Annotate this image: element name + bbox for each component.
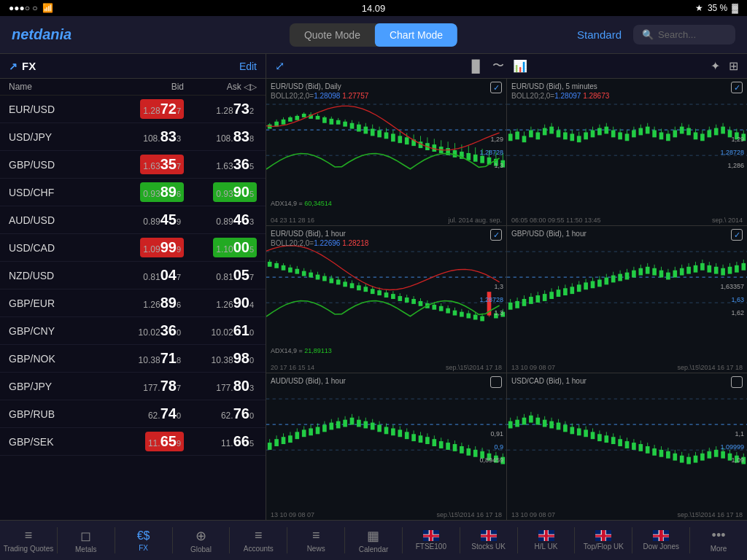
chart-checkbox[interactable]	[731, 229, 743, 241]
svg-rect-407	[638, 444, 643, 451]
chart-dates: 13 10 09 08 07 sep.\15\2014 16 17 18	[511, 364, 743, 371]
quote-ask: 10.38980	[184, 349, 257, 368]
quote-row[interactable]: GBP/RUB 62.740 62.760	[0, 400, 266, 428]
svg-rect-42	[398, 136, 402, 143]
svg-rect-107	[611, 131, 616, 138]
svg-rect-113	[632, 131, 636, 138]
quote-bid: 0.81047	[111, 265, 184, 285]
chart-price-right: 1,1 1,09999 1,09	[720, 430, 744, 464]
svg-rect-212	[480, 316, 484, 322]
chart-cell-chart5[interactable]: AUD/USD (Bid), 1 hour 0,91 0,9 0,89459 1…	[266, 373, 506, 520]
candle-chart-icon[interactable]: 📊	[513, 59, 527, 73]
expand-icon[interactable]: ⤢	[275, 59, 285, 73]
svg-rect-182	[377, 290, 382, 295]
svg-rect-379	[543, 420, 547, 427]
quote-row[interactable]: GBP/CNY 10.02360 10.02610	[0, 317, 266, 345]
chart-mode-button[interactable]: Chart Mode	[375, 23, 457, 47]
tab-item-more[interactable]: ••• More	[690, 521, 747, 560]
tab-item-dow-jones[interactable]: Dow Jones	[632, 521, 689, 560]
svg-rect-296	[268, 443, 272, 450]
tab-item-hl-uk[interactable]: H/L UK	[518, 521, 575, 560]
svg-rect-241	[570, 287, 574, 294]
svg-rect-405	[632, 443, 636, 450]
svg-rect-105	[604, 127, 608, 134]
fx-arrow-icon: ↗	[9, 61, 18, 72]
chart-cell-chart1[interactable]: EUR/USD (Bid), DailyBOLL20;2,0=1.28098 1…	[266, 79, 506, 225]
logo: netdania	[12, 26, 71, 43]
quote-row[interactable]: GBP/EUR 1.26896 1.26904	[0, 289, 266, 317]
svg-rect-243	[577, 284, 581, 292]
svg-rect-415	[666, 451, 670, 459]
tab-item-news[interactable]: ≡ News	[287, 521, 344, 560]
svg-rect-316	[336, 421, 341, 429]
svg-rect-397	[604, 435, 608, 443]
search-placeholder: Search...	[658, 29, 696, 40]
quote-row[interactable]: AUD/USD 0.89459 0.89463	[0, 206, 266, 234]
chart-checkbox[interactable]	[490, 376, 502, 388]
chart-checkbox[interactable]	[731, 82, 743, 93]
tab-item-metals[interactable]: ◻ Metals	[58, 521, 115, 560]
svg-rect-304	[295, 432, 299, 439]
svg-rect-259	[632, 271, 636, 278]
quote-row[interactable]: GBP/JPY 177.787 177.803	[0, 373, 266, 400]
quote-bid: 1.09999	[111, 238, 184, 257]
mode-buttons: Quote Mode Chart Mode	[290, 23, 457, 47]
edit-button[interactable]: Edit	[239, 61, 257, 72]
tab-label-stocks-uk: Stocks UK	[471, 542, 506, 551]
svg-rect-269	[666, 273, 670, 280]
svg-rect-312	[322, 425, 327, 432]
tab-item-calendar[interactable]: ▦ Calendar	[345, 521, 402, 560]
svg-rect-348	[446, 443, 450, 450]
quote-ask: 11.665	[184, 432, 257, 451]
quote-row[interactable]: GBP/NOK 10.38718 10.38980	[0, 345, 266, 373]
svg-rect-326	[371, 423, 375, 430]
chart-checkbox[interactable]	[731, 376, 743, 388]
svg-rect-139	[721, 127, 725, 134]
quote-row[interactable]: GBP/SEK 11.659 11.665	[0, 428, 266, 456]
svg-rect-342	[425, 437, 430, 444]
right-panel: ⤢ ▐▌ 〜 📊 ✦ ⊞ EUR/USD (Bid), DailyBOLL20;…	[266, 54, 747, 520]
chart-cell-chart3[interactable]: EUR/USD (Bid), 1 hourBOLL20;2,0=1.22696 …	[266, 226, 506, 373]
chart-label: GBP/USD (Bid), 1 hour	[511, 229, 587, 238]
svg-rect-401	[618, 439, 622, 446]
svg-rect-391	[584, 429, 588, 437]
quote-row[interactable]: USD/JPY 108.833 108.838	[0, 123, 266, 151]
line-chart-icon[interactable]: 〜	[492, 58, 504, 74]
chart-cell-chart2[interactable]: EUR/USD (Bid), 5 minutesBOLL20;2,0=1.280…	[507, 79, 747, 225]
svg-rect-417	[673, 454, 677, 461]
status-left: ●●●○ ○ 📶	[9, 3, 53, 13]
tab-item-topflop-uk[interactable]: Top/Flop UK	[575, 521, 632, 560]
tab-item-global[interactable]: ⊕ Global	[173, 521, 230, 560]
svg-rect-350	[453, 444, 457, 451]
tab-item-ftse100[interactable]: FTSE100	[403, 521, 460, 560]
quote-row[interactable]: USD/CAD 1.09999 1.10005	[0, 234, 266, 262]
tab-item-fx[interactable]: €$ FX	[115, 521, 172, 560]
quote-row[interactable]: EUR/USD 1.28727 1.28732	[0, 96, 266, 123]
svg-rect-93	[563, 132, 568, 139]
svg-rect-58	[453, 150, 457, 158]
chart-cell-chart6[interactable]: USD/CAD (Bid), 1 hour 1,1 1,09999 1,09 1…	[507, 373, 747, 520]
svg-rect-275	[686, 267, 691, 274]
quote-row[interactable]: GBP/USD 1.63357 1.63365	[0, 151, 266, 179]
standard-button[interactable]: Standard	[577, 28, 622, 41]
svg-rect-77	[508, 133, 513, 141]
bar-chart-icon[interactable]: ▐▌	[468, 60, 484, 73]
quote-mode-button[interactable]: Quote Mode	[290, 23, 375, 47]
tab-item-trading-quotes[interactable]: ≡ Trading Quotes	[0, 521, 57, 560]
pin-icon[interactable]: ✦	[711, 59, 720, 73]
tab-item-stocks-uk[interactable]: Stocks UK	[460, 521, 517, 560]
search-box[interactable]: 🔍 Search...	[633, 25, 735, 44]
svg-rect-328	[377, 425, 382, 432]
chart-checkbox[interactable]	[490, 82, 502, 93]
col-ask: Ask ◁▷	[184, 82, 257, 92]
svg-rect-289	[735, 265, 739, 273]
chart-toolbar: ⤢ ▐▌ 〜 📊 ✦ ⊞	[266, 54, 747, 79]
chart-cell-chart4[interactable]: GBP/USD (Bid), 1 hour 1,63357 1,63 1,62 …	[507, 226, 747, 373]
status-time: 14.09	[362, 3, 386, 14]
svg-rect-119	[652, 131, 657, 138]
tab-item-accounts[interactable]: ≡ Accounts	[230, 521, 287, 560]
chart-checkbox[interactable]	[490, 229, 502, 241]
grid-icon[interactable]: ⊞	[729, 59, 738, 73]
quote-row[interactable]: USD/CHF 0.93896 0.93905	[0, 179, 266, 206]
quote-row[interactable]: NZD/USD 0.81047 0.81057	[0, 262, 266, 289]
